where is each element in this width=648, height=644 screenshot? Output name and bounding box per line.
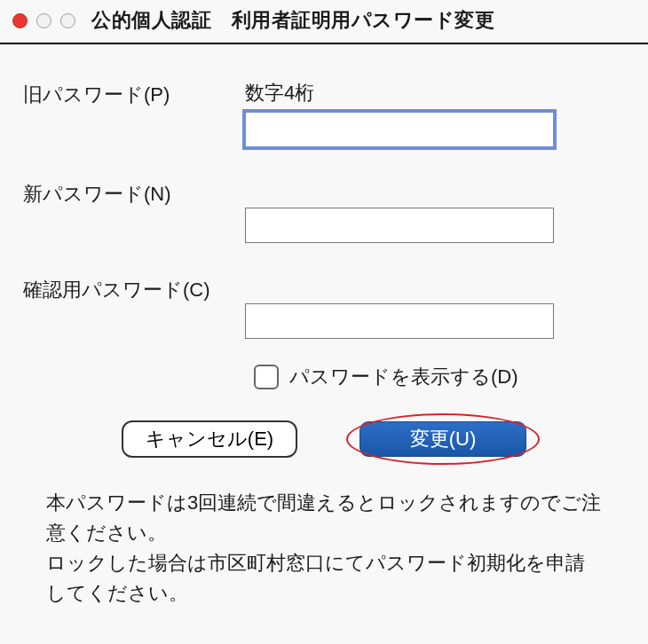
warning-text: 本パスワードは3回連続で間違えるとロックされますのでご注意ください。 ロックした…	[23, 488, 625, 609]
window-title: 公的個人認証 利用者証明用パスワード変更	[91, 7, 494, 34]
confirm-password-right	[245, 275, 625, 339]
show-password-row: パスワードを表示する(D)	[254, 364, 625, 390]
old-password-hint: 数字4桁	[245, 80, 625, 106]
close-icon[interactable]	[12, 13, 28, 28]
warning-line-1: 本パスワードは3回連続で間違えるとロックされますのでご注意ください。	[46, 488, 602, 548]
old-password-row: 旧パスワード(P) 数字4桁	[23, 80, 625, 147]
zoom-icon	[60, 13, 75, 28]
new-password-row: 新パスワード(N)	[23, 179, 625, 243]
new-password-right	[245, 179, 625, 243]
old-password-right: 数字4桁	[245, 80, 625, 147]
confirm-password-label: 確認用パスワード(C)	[23, 275, 245, 303]
old-password-input[interactable]	[245, 112, 554, 147]
show-password-label: パスワードを表示する(D)	[289, 364, 518, 390]
traffic-lights	[12, 13, 75, 28]
confirm-password-row: 確認用パスワード(C)	[23, 275, 625, 339]
change-button-wrap: 変更(U)	[360, 421, 526, 457]
warning-line-2: ロックした場合は市区町村窓口にてパスワード初期化を申請してください。	[46, 548, 602, 609]
new-password-input[interactable]	[245, 208, 554, 243]
old-password-label: 旧パスワード(P)	[23, 80, 245, 108]
show-password-checkbox[interactable]	[254, 365, 279, 389]
titlebar: 公的個人認証 利用者証明用パスワード変更	[0, 0, 648, 44]
cancel-button[interactable]: キャンセル(E)	[122, 420, 297, 458]
confirm-password-input[interactable]	[245, 303, 554, 339]
new-password-label: 新パスワード(N)	[23, 179, 245, 208]
minimize-icon	[36, 13, 51, 28]
button-row: キャンセル(E) 変更(U)	[23, 420, 625, 458]
dialog-content: 旧パスワード(P) 数字4桁 新パスワード(N) 確認用パスワード(C) パスワ…	[0, 44, 648, 626]
change-button[interactable]: 変更(U)	[360, 421, 526, 457]
